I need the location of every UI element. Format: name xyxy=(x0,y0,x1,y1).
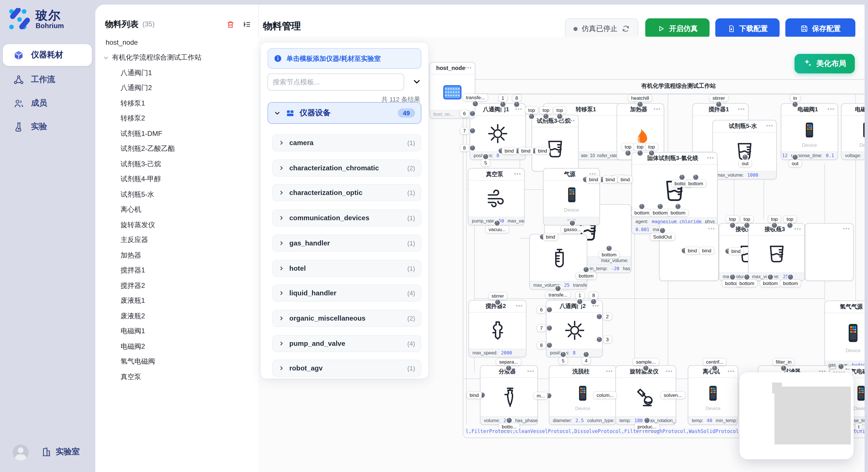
port-tag[interactable]: 7 xyxy=(460,127,468,134)
port-dot[interactable] xyxy=(743,155,748,160)
template-category-gas_handler[interactable]: gas_handler(1) xyxy=(272,235,422,252)
material-list-item[interactable]: 试剂瓶3-己烷 xyxy=(95,157,258,172)
material-list-item[interactable]: 试剂瓶5-水 xyxy=(95,187,258,202)
port-tag[interactable]: stirrer xyxy=(710,95,727,102)
collapse-panel-icon[interactable] xyxy=(412,77,422,86)
page-scrollbar[interactable] xyxy=(865,0,868,472)
port-dot[interactable] xyxy=(500,102,505,107)
port-dot[interactable] xyxy=(584,352,589,357)
port-tag[interactable]: sample... xyxy=(633,359,659,365)
material-list-item[interactable]: 试剂瓶2-乙酸乙酯 xyxy=(95,141,258,157)
port-tag[interactable]: top xyxy=(634,143,646,150)
port-dot[interactable] xyxy=(675,204,681,209)
port-tag[interactable]: in xyxy=(790,95,800,102)
material-list-item[interactable]: 转移泵2 xyxy=(95,111,258,126)
material-list-item[interactable]: 电磁阀2 xyxy=(95,339,258,354)
chevron-down-icon[interactable] xyxy=(103,55,109,61)
sidebar-item-lab[interactable]: 实验室 xyxy=(41,447,80,457)
port-dot[interactable] xyxy=(470,145,475,150)
port-dot[interactable] xyxy=(793,102,798,107)
port-tag[interactable]: 8 xyxy=(460,144,468,151)
canvas-node[interactable]: max_volume:25transfer_rate:10 xyxy=(529,234,587,290)
node-menu-icon[interactable]: ••• xyxy=(794,224,801,235)
node-menu-icon[interactable]: ••• xyxy=(465,63,472,73)
material-list-item[interactable]: 加热器 xyxy=(95,248,258,263)
port-dot[interactable] xyxy=(638,150,643,156)
port-tag[interactable]: 6 xyxy=(537,306,546,313)
template-category-characterization_optic[interactable]: characterization_optic(1) xyxy=(272,184,422,202)
node-menu-icon[interactable]: ••• xyxy=(514,169,521,179)
port-tag[interactable]: bottom xyxy=(685,180,706,187)
template-category-organic_miscellaneous[interactable]: organic_miscellaneous(2) xyxy=(272,310,422,327)
port-dot[interactable] xyxy=(781,366,786,371)
port-tag[interactable]: top xyxy=(553,107,566,113)
search-input[interactable] xyxy=(268,73,404,91)
material-list-item[interactable]: 搅拌器1 xyxy=(95,263,258,278)
canvas-node[interactable]: ••• xyxy=(805,223,854,281)
node-menu-icon[interactable]: ••• xyxy=(727,366,735,377)
canvas-node[interactable]: 试剂瓶3-己烷••• xyxy=(532,115,579,171)
node-menu-icon[interactable]: ••• xyxy=(828,104,835,115)
port-tag[interactable]: 1 xyxy=(499,95,507,102)
canvas-node[interactable]: 分液器•••volume:250has_phases:true xyxy=(480,365,538,425)
port-tag[interactable]: 2 xyxy=(603,313,611,320)
port-tag[interactable]: bottom xyxy=(737,280,757,287)
port-tag[interactable]: gasso... xyxy=(561,226,584,233)
port-tag[interactable]: top xyxy=(539,107,552,113)
material-list-item[interactable]: 八通阀门1 xyxy=(95,65,258,80)
port-dot[interactable] xyxy=(768,274,773,279)
port-tag[interactable]: bind xyxy=(502,147,517,154)
canvas-node[interactable]: 离心机•••Devicetemp:40min_temp:4max_spe xyxy=(688,365,738,425)
port-dot[interactable] xyxy=(838,364,844,369)
port-dot[interactable] xyxy=(470,128,475,133)
port-tag[interactable]: 6 xyxy=(460,110,468,117)
port-dot[interactable] xyxy=(693,175,699,180)
port-tag[interactable]: 3 xyxy=(603,336,611,343)
port-dot[interactable] xyxy=(660,228,665,233)
port-dot[interactable] xyxy=(744,223,749,228)
port-tag[interactable]: 5 xyxy=(559,357,567,364)
material-list-item[interactable]: 试剂瓶4-甲醇 xyxy=(95,172,258,187)
port-tag[interactable]: bind xyxy=(543,233,558,240)
trash-icon[interactable] xyxy=(226,20,235,28)
port-tag[interactable]: separa... xyxy=(496,359,521,365)
port-dot[interactable] xyxy=(473,101,478,106)
port-tag[interactable]: top xyxy=(726,216,739,223)
port-tag[interactable]: heatchill xyxy=(628,95,652,102)
port-tag[interactable]: 8 xyxy=(537,342,546,349)
port-tag[interactable]: produc... xyxy=(634,423,659,430)
port-dot[interactable] xyxy=(529,114,534,119)
node-menu-icon[interactable]: ••• xyxy=(568,115,575,126)
port-tag[interactable]: bottom xyxy=(668,209,688,216)
port-dot[interactable] xyxy=(597,337,602,342)
port-dot[interactable] xyxy=(495,221,500,226)
port-tag[interactable]: transfe... xyxy=(463,94,488,101)
port-dot[interactable] xyxy=(607,246,612,251)
port-tag[interactable]: stirrer xyxy=(489,293,507,299)
start-simulation-button[interactable]: 开启仿真 xyxy=(645,19,710,39)
port-tag[interactable]: transfe... xyxy=(546,291,570,298)
template-category-characterization_chromatic[interactable]: characterization_chromatic(2) xyxy=(272,159,422,176)
material-list-item[interactable]: 离心机 xyxy=(95,202,258,217)
material-list-item[interactable]: 电磁阀1 xyxy=(95,324,258,339)
port-tag[interactable]: bottom xyxy=(780,280,801,287)
port-tag[interactable]: solven... xyxy=(661,392,685,399)
port-dot[interactable] xyxy=(793,155,798,160)
port-tag[interactable]: 7 xyxy=(537,325,546,332)
beautify-layout-button[interactable]: 美化布局 xyxy=(795,54,855,73)
collapse-list-icon[interactable] xyxy=(243,20,251,28)
port-dot[interactable] xyxy=(625,150,631,156)
node-menu-icon[interactable]: ••• xyxy=(707,153,714,164)
port-tag[interactable]: 4 xyxy=(582,357,590,364)
port-dot[interactable] xyxy=(639,204,644,209)
material-list-item[interactable]: 八通阀门2 xyxy=(95,80,258,96)
template-category-hotel[interactable]: hotel(1) xyxy=(272,260,422,277)
minimap-popup[interactable] xyxy=(739,372,854,460)
canvas-node[interactable]: 试剂瓶5-水•••max_volume:1000 xyxy=(712,120,777,179)
port-dot[interactable] xyxy=(591,299,596,304)
port-tag[interactable]: centrif... xyxy=(703,359,726,365)
port-dot[interactable] xyxy=(547,343,552,348)
material-list-item[interactable]: 废液瓶1 xyxy=(95,293,258,308)
node-menu-icon[interactable]: ••• xyxy=(766,121,773,131)
port-dot[interactable] xyxy=(644,418,650,423)
